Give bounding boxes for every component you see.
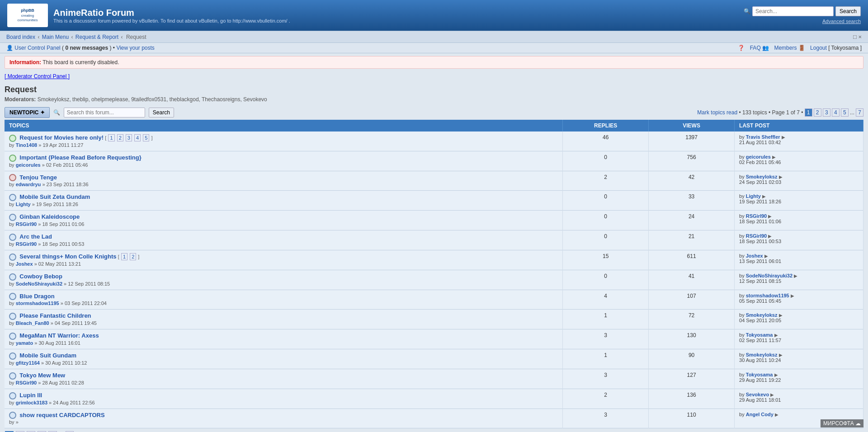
topic-title-link[interactable]: Blue Dragon bbox=[19, 293, 54, 300]
topic-author-link[interactable]: SodeNoShirayuki32 bbox=[16, 281, 62, 286]
last-post-user[interactable]: RSGirl90 bbox=[746, 233, 767, 239]
last-post-user[interactable]: Angel Cody bbox=[746, 412, 774, 417]
faq-link[interactable]: FAQ bbox=[750, 45, 761, 51]
topic-page-link[interactable]: 5 bbox=[143, 134, 149, 141]
moderators-list: Smokeyloksz, theblip, ohelpmeplease, 9ta… bbox=[38, 96, 267, 103]
last-post-user[interactable]: Lighty bbox=[746, 193, 761, 199]
topic-author-link[interactable]: grimlock3183 bbox=[16, 400, 47, 405]
topic-cell: Please Fantastic Children by Bleach_Fan8… bbox=[5, 310, 563, 329]
topic-page-link[interactable]: 4 bbox=[134, 134, 141, 141]
view-posts-link[interactable]: View your posts bbox=[116, 45, 155, 51]
last-post-user[interactable]: Smokeyloksz bbox=[746, 352, 778, 357]
last-post-user[interactable]: geicorules bbox=[746, 154, 771, 160]
topic-title-link[interactable]: Request for Movies here only! bbox=[19, 134, 104, 141]
breadcrumb: Board index ‹ Main Menu ‹ Request & Repo… bbox=[6, 34, 147, 40]
views-cell: 1397 bbox=[649, 131, 735, 151]
topic-title-link[interactable]: Mobile Suit Zeta Gundam bbox=[19, 193, 90, 200]
logout-link[interactable]: Logout bbox=[810, 45, 827, 51]
view-post-icon[interactable]: ▶ bbox=[768, 214, 772, 219]
last-post-user[interactable]: Travis Sheffler bbox=[746, 134, 780, 140]
forum-search-button[interactable]: Search bbox=[149, 108, 174, 117]
page-link-3[interactable]: 3 bbox=[823, 108, 830, 117]
topic-title-link[interactable]: Mobile Suit Gundam bbox=[19, 352, 76, 359]
topic-page-link[interactable]: 1 bbox=[121, 253, 127, 260]
topic-author-link[interactable]: geicorules bbox=[16, 162, 41, 168]
topic-author-link[interactable]: RSGirl90 bbox=[16, 380, 37, 385]
view-post-icon[interactable]: ▶ bbox=[782, 135, 785, 140]
topic-title-link[interactable]: MegaMan NT Warrior: Axess bbox=[19, 332, 99, 339]
topic-page-link[interactable]: 2 bbox=[130, 253, 136, 260]
topic-author-link[interactable]: yamato bbox=[16, 340, 33, 346]
topic-author-link[interactable]: stormshadow1195 bbox=[16, 301, 59, 306]
forum-search-input[interactable] bbox=[64, 108, 145, 117]
username-bracket-close: ] bbox=[860, 45, 862, 51]
mark-read-link[interactable]: Mark topics read bbox=[697, 109, 737, 116]
topic-author-link[interactable]: Tino1408 bbox=[16, 142, 38, 148]
view-post-icon[interactable]: ▶ bbox=[770, 392, 774, 397]
view-post-icon[interactable]: ▶ bbox=[779, 174, 783, 179]
view-post-icon[interactable]: ▶ bbox=[779, 352, 783, 357]
topic-author-link[interactable]: RSGirl90 bbox=[16, 221, 37, 227]
topic-title-link[interactable]: show request CARDCAPTORS bbox=[19, 412, 104, 418]
topic-author-link[interactable]: Bleach_Fan80 bbox=[16, 320, 49, 326]
search-area: 🔍 Search Advanced search bbox=[744, 6, 861, 24]
last-post-user[interactable]: SodeNoShirayuki32 bbox=[746, 273, 793, 278]
page-link-1[interactable]: 1 bbox=[805, 108, 812, 117]
last-post-user[interactable]: Tokyosama bbox=[746, 372, 773, 377]
last-post-user[interactable]: Tokyosama bbox=[746, 332, 773, 338]
window-controls[interactable]: □ × bbox=[853, 33, 862, 40]
view-post-icon[interactable]: ▶ bbox=[774, 372, 778, 377]
topic-title-link[interactable]: Important {Please Read Before Requesting… bbox=[19, 154, 141, 161]
ucp-link[interactable]: User Control Panel bbox=[14, 45, 60, 51]
topic-title-link[interactable]: Tokyo Mew Mew bbox=[19, 372, 65, 379]
mod-panel-link[interactable]: [ Moderator Control Panel ] bbox=[5, 73, 70, 80]
logout-icon: 🚪 bbox=[798, 45, 805, 51]
topic-author-link[interactable]: Lighty bbox=[16, 202, 31, 207]
view-post-icon[interactable]: ▶ bbox=[762, 194, 766, 199]
topic-author-link[interactable]: Joshex bbox=[16, 261, 33, 267]
breadcrumb-request-report[interactable]: Request & Report bbox=[75, 34, 118, 40]
table-row: Tenjou Tenge by edwardryu » 23 Sep 2011 … bbox=[5, 171, 863, 191]
members-link[interactable]: Members bbox=[774, 45, 797, 51]
last-post-user[interactable]: Smokeyloksz bbox=[746, 174, 778, 179]
breadcrumb-main-menu[interactable]: Main Menu bbox=[42, 34, 69, 40]
view-post-icon[interactable]: ▶ bbox=[779, 313, 783, 318]
last-post-user[interactable]: stormshadow1195 bbox=[746, 293, 789, 298]
advanced-search-link[interactable]: Advanced search bbox=[822, 19, 861, 24]
view-post-icon[interactable]: ▶ bbox=[774, 333, 778, 338]
last-post-user[interactable]: Sevokevo bbox=[746, 392, 769, 397]
view-post-icon[interactable]: ▶ bbox=[764, 254, 768, 258]
view-post-icon[interactable]: ▶ bbox=[768, 234, 772, 239]
topic-title-link[interactable]: Please Fantastic Children bbox=[19, 312, 91, 319]
search-button[interactable]: Search bbox=[835, 6, 861, 16]
view-post-icon[interactable]: ▶ bbox=[772, 155, 776, 160]
breadcrumb-board-index[interactable]: Board index bbox=[6, 34, 35, 40]
table-row: Blue Dragon by stormshadow1195 » 03 Sep … bbox=[5, 290, 863, 310]
topic-page-link[interactable]: 1 bbox=[108, 134, 114, 141]
page-link-5[interactable]: 5 bbox=[841, 108, 849, 117]
topic-author-link[interactable]: RSGirl90 bbox=[16, 241, 37, 247]
topic-title-link[interactable]: Tenjou Tenge bbox=[19, 174, 57, 181]
topic-title-link[interactable]: Lupin III bbox=[19, 392, 42, 399]
last-post-cell: by Travis Sheffler ▶ 21 Aug 2011 03:42 bbox=[735, 131, 863, 151]
search-input[interactable] bbox=[752, 6, 834, 16]
page-link-4[interactable]: 4 bbox=[832, 108, 840, 117]
last-post-user[interactable]: Smokeyloksz bbox=[746, 312, 778, 318]
view-post-icon[interactable]: ▶ bbox=[794, 273, 797, 278]
view-post-icon[interactable]: ▶ bbox=[775, 412, 778, 417]
topic-title-link[interactable]: Arc the Lad bbox=[19, 233, 52, 240]
topic-page-link[interactable]: 2 bbox=[117, 134, 123, 141]
last-post-user[interactable]: RSGirl90 bbox=[746, 213, 767, 219]
topic-page-link[interactable]: 3 bbox=[126, 134, 132, 141]
last-post-user[interactable]: Joshex bbox=[746, 253, 763, 258]
page-link-7[interactable]: 7 bbox=[856, 108, 863, 117]
topic-title-link[interactable]: Ginban Kaleidoscope bbox=[19, 213, 80, 220]
view-post-icon[interactable]: ▶ bbox=[791, 293, 794, 298]
topic-title-link[interactable]: Cowboy Bebop bbox=[19, 273, 62, 280]
topic-author-link[interactable]: edwardryu bbox=[16, 182, 41, 187]
topic-author-link[interactable]: gfitzy1164 bbox=[16, 360, 40, 366]
new-topic-button[interactable]: NEWTOPIC ✦ bbox=[5, 107, 50, 118]
page-link-2[interactable]: 2 bbox=[814, 108, 821, 117]
breadcrumb-current: Request bbox=[126, 34, 146, 40]
topic-title-link[interactable]: Several things+ Mon Colle Knights bbox=[19, 253, 116, 260]
